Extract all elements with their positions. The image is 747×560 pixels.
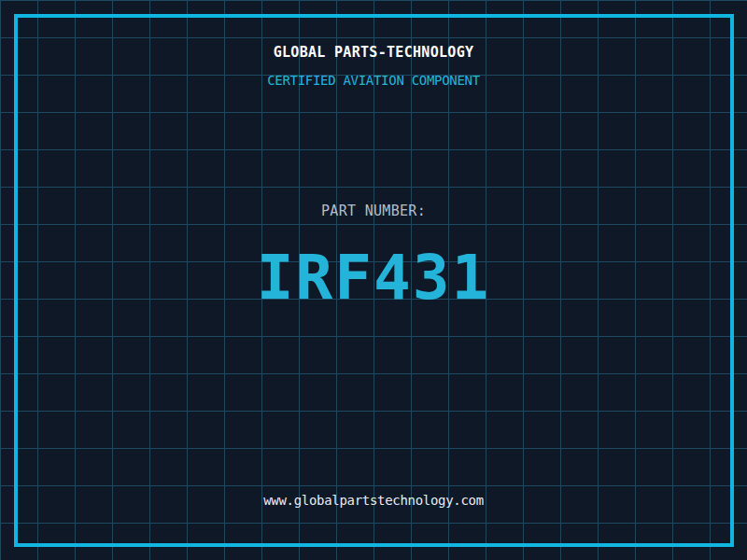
certification-text: CERTIFIED AVIATION COMPONENT <box>0 73 747 88</box>
part-number-label: PART NUMBER: <box>0 203 747 219</box>
part-number-value: IRF431 <box>0 247 747 309</box>
company-name: GLOBAL PARTS-TECHNOLOGY <box>0 44 747 61</box>
website-url: www.globalpartstechnology.com <box>0 493 747 508</box>
part-label-card: GLOBAL PARTS-TECHNOLOGY CERTIFIED AVIATI… <box>0 0 747 560</box>
